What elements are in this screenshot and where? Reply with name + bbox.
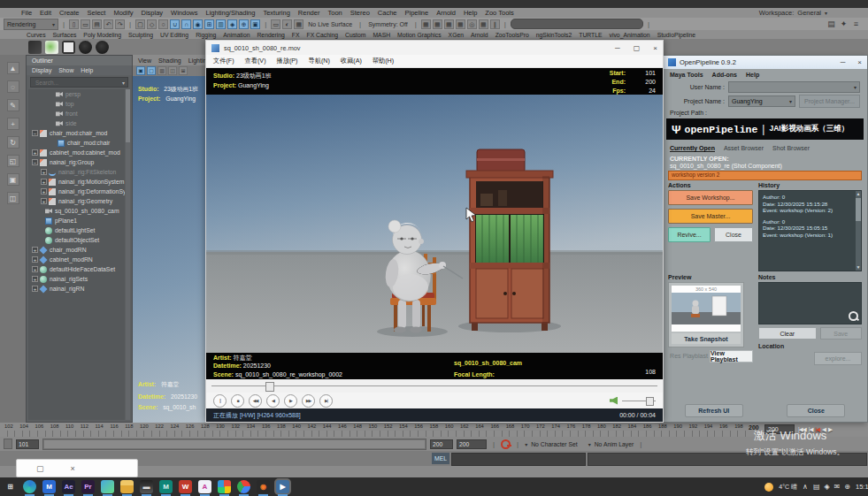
toolbar-icon[interactable]: ≡ [851, 19, 861, 29]
tool-icon[interactable]: ◱ [7, 155, 19, 167]
outliner-item[interactable]: + nainai_rig:Geometry [28, 196, 125, 206]
player-titlebar[interactable]: sq_0010_sh_0080_re.mov ─ ▢ × [206, 41, 663, 55]
player-menu-item[interactable]: 播放(P) [277, 57, 298, 65]
taskbar-app-icon[interactable]: M [42, 480, 56, 493]
shelf-tab[interactable]: ngSkinTools2 [536, 32, 572, 38]
shelf-tab[interactable]: StudioPipeline [657, 32, 695, 38]
close-file-button[interactable]: Close [714, 227, 753, 242]
menu-item[interactable]: Arnold [436, 9, 456, 17]
taskbar-app-icon[interactable] [101, 480, 114, 493]
weather-icon[interactable] [764, 483, 773, 492]
expand-toggle-icon[interactable]: + [32, 276, 38, 282]
tool-icon[interactable]: ◌ [7, 80, 19, 93]
snap-icon[interactable]: ▣ [250, 19, 260, 29]
snap-icon[interactable]: ∪ [170, 19, 180, 29]
maximize-button[interactable]: ▢ [634, 44, 641, 52]
pipeline-menu-item[interactable]: Maya Tools [670, 72, 703, 78]
transport-button[interactable]: ▶ [828, 426, 832, 433]
taskbar-app-icon[interactable]: ◉ [257, 480, 270, 493]
outliner-item[interactable]: sq_0010_sh_0080_cam [28, 206, 125, 216]
speaker-icon[interactable] [610, 397, 618, 405]
snap-icon[interactable]: ▥ [216, 19, 226, 29]
toolbar-icon[interactable]: ○ [158, 19, 168, 29]
menu-item[interactable]: Lighting/Shading [206, 9, 256, 17]
taskbar-app-icon[interactable]: ⊞ [4, 480, 17, 493]
menu-set-dropdown[interactable]: Rendering ▾ [4, 19, 58, 30]
toolbar-icon[interactable]: ▤ [826, 19, 836, 29]
viewport-menu-item[interactable]: View [138, 57, 151, 64]
player-menu-item[interactable]: 收藏(A) [341, 57, 362, 65]
shelf-tab[interactable]: ZooToolsPro [495, 32, 529, 38]
range-slider-bar[interactable] [44, 440, 425, 448]
tool-icon[interactable]: ↻ [7, 136, 19, 149]
player-menu-item[interactable]: 导航(N) [309, 57, 330, 65]
shelf-tab[interactable]: UV Editing [160, 32, 188, 38]
tool-icon[interactable]: + [7, 118, 19, 130]
outliner-item[interactable]: + nainai_rig:FitSkeleton [28, 167, 125, 177]
outliner-item[interactable]: + nainai_rig:MotionSystem [28, 177, 125, 187]
clock[interactable]: 15:1 [856, 483, 868, 491]
outliner-item[interactable]: + cabinet_mod:cabinet_mod [28, 148, 125, 157]
outliner-item[interactable]: + chair_modRN [28, 245, 125, 255]
expand-toggle-icon[interactable]: + [32, 256, 38, 263]
shelf-tab[interactable]: vivo_Animation [610, 32, 650, 38]
magnifier-icon[interactable] [849, 311, 858, 321]
player-control-button[interactable]: ◀ [266, 394, 280, 408]
stop-capture-icon[interactable]: ▢ [36, 464, 44, 473]
openpipeline-titlebar[interactable]: OpenPipeline 0.9.2 ─ × [663, 56, 867, 69]
volume-handle[interactable] [646, 397, 654, 406]
player-control-button[interactable]: ▶| [319, 394, 333, 408]
save-master-button[interactable]: Save Master... [668, 209, 753, 224]
toolbar-icon[interactable]: ◎ [467, 19, 477, 29]
shelf-tab[interactable]: Animation [223, 32, 250, 38]
shelf-tab[interactable]: Sculpting [128, 32, 153, 38]
seek-handle[interactable] [265, 382, 274, 392]
expand-toggle-icon[interactable]: − [32, 159, 38, 165]
workspace-selector[interactable]: Workspace: General ▾ [759, 8, 827, 18]
outliner-item[interactable]: + nainai_rigSets [28, 274, 125, 284]
taskbar-app-icon[interactable]: M [159, 480, 173, 493]
snap-icon[interactable]: ⊞ [204, 19, 214, 29]
shelf-tab[interactable]: Surfaces [53, 32, 77, 38]
tool-icon[interactable]: ✎ [7, 99, 19, 111]
outliner-item[interactable]: + nainai_rig:DeformationSystem [28, 187, 125, 196]
taskbar-app-icon[interactable] [120, 480, 134, 493]
symmetry-label[interactable]: Symmetry: Off [368, 21, 408, 27]
toolbar-icon[interactable]: ↶ [104, 19, 113, 29]
search-input[interactable] [511, 19, 643, 29]
outliner-item[interactable]: top [28, 99, 125, 109]
explore-button[interactable]: explore... [814, 352, 862, 365]
expand-toggle-icon[interactable]: − [32, 130, 38, 136]
outliner-scrollbar[interactable] [126, 89, 130, 420]
toolbar-icon[interactable]: ▦ [433, 19, 442, 29]
view-playblast-button[interactable]: View Playblast [710, 350, 753, 362]
taskbar-app-icon[interactable]: ▬ [140, 480, 153, 493]
menu-item[interactable]: File [21, 9, 32, 17]
close-button[interactable]: × [857, 58, 862, 66]
history-scrollbar[interactable]: ▲ ▼ [856, 191, 861, 271]
auto-keyframe-icon[interactable] [501, 439, 511, 449]
shelf-tool-icon[interactable] [96, 41, 109, 54]
toolbar-icon[interactable]: ▦ [421, 19, 431, 29]
outliner-item[interactable]: defaultObjectSet [28, 235, 125, 245]
render-icon[interactable]: ▭ [271, 19, 280, 29]
viewport-toolbar-icon[interactable]: ▣ [136, 66, 145, 75]
notes-field[interactable] [758, 282, 862, 324]
shelf-tool-icon[interactable] [62, 41, 75, 54]
expand-toggle-icon[interactable]: + [41, 169, 47, 175]
outliner-menu-item[interactable]: Show [58, 67, 73, 73]
range-start-field[interactable]: 101 [16, 439, 39, 449]
player-menu-item[interactable]: 帮助(H) [373, 57, 394, 65]
shelf-tab[interactable]: Custom [345, 32, 365, 38]
outliner-search-input[interactable] [34, 79, 117, 87]
pipeline-tab[interactable]: Currently Open [670, 145, 715, 152]
shelf-tab[interactable]: MASH [373, 32, 390, 38]
anim-layer-dropdown[interactable]: No Anim Layer [595, 441, 634, 447]
minimize-button[interactable]: ─ [841, 58, 846, 66]
character-set-dropdown[interactable]: No Character Set [531, 441, 578, 447]
taskbar-app-icon[interactable]: ▶ [276, 480, 289, 493]
toolbar-icon[interactable]: ▦ [479, 19, 488, 29]
menu-item[interactable]: Help [464, 9, 477, 17]
tool-icon[interactable]: ▣ [7, 173, 19, 186]
outliner-item[interactable]: chair_mod:chair [28, 138, 125, 148]
